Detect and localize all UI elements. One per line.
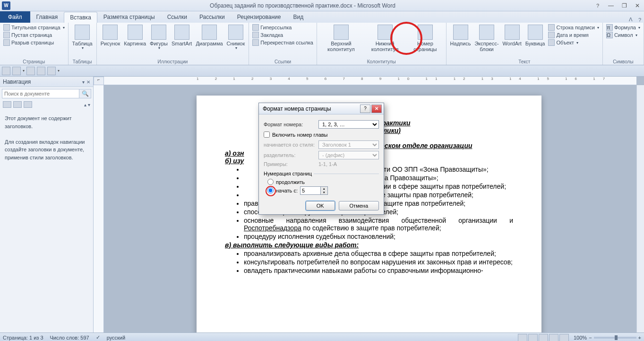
search-input[interactable] — [2, 89, 79, 98]
quickparts-button[interactable]: Экспресс-блоки — [472, 24, 500, 53]
start-at-label: начать с: — [276, 188, 298, 193]
qat-save-icon[interactable] — [2, 67, 10, 75]
nav-view-pages[interactable] — [13, 101, 22, 108]
crossref-button[interactable]: Перекрестная ссылка — [251, 39, 315, 46]
nav-dropdown-icon[interactable]: ▾ — [82, 79, 85, 85]
word-app-icon: W — [2, 1, 10, 10]
status-words[interactable]: Число слов: 597 — [50, 335, 89, 341]
nav-up-icon[interactable]: ▴ — [84, 102, 86, 107]
start-at-radio[interactable] — [267, 187, 274, 193]
help-icon[interactable]: ? — [593, 3, 602, 9]
tab-layout[interactable]: Разметка страницы — [97, 11, 161, 23]
ok-button[interactable]: OK — [306, 201, 335, 210]
view-draft[interactable] — [559, 334, 569, 341]
zoom-out-icon[interactable]: − — [589, 335, 592, 341]
group-headerfooter-label: Колонтитулы — [319, 59, 444, 65]
page-number-format-dialog: Формат номера страницы ? ✕ Формат номера… — [258, 103, 384, 215]
navigation-pane: Навигация ▾✕ 🔍 ▴ ▾ Этот документ не соде… — [0, 77, 94, 332]
blank-page-button[interactable]: Пустая страница — [2, 31, 66, 39]
zoom-in-icon[interactable]: + — [638, 335, 641, 341]
search-button[interactable]: 🔍 — [79, 89, 91, 98]
quick-access-toolbar: ▾ ▾ — [0, 65, 644, 77]
view-web[interactable] — [539, 334, 548, 341]
number-format-select[interactable]: 1, 2, 3, … — [318, 120, 379, 129]
screenshot-button[interactable]: Снимок▾ — [225, 24, 247, 52]
cover-page-button[interactable]: Титульная страница▾ — [2, 24, 66, 31]
spinner-up-icon[interactable]: ▴ — [321, 187, 327, 191]
smartart-button[interactable]: SmartArt — [170, 24, 194, 47]
clipart-button[interactable]: Картинка — [122, 24, 148, 47]
dialog-help-icon[interactable]: ? — [360, 105, 370, 113]
dialog-close-icon[interactable]: ✕ — [371, 105, 382, 113]
tab-review[interactable]: Рецензирование — [231, 11, 287, 23]
object-button[interactable]: Объект▾ — [547, 39, 600, 46]
nav-view-headings[interactable] — [3, 101, 11, 108]
signature-line-button[interactable]: Строка подписи▾ — [547, 24, 600, 31]
continue-label: продолжить — [276, 179, 305, 185]
chart-button[interactable]: Диаграмма — [194, 24, 224, 47]
page-number-button[interactable]: Номер страницы — [406, 24, 444, 53]
status-proofing-icon[interactable]: ✓ — [96, 334, 100, 341]
hyperlink-button[interactable]: Гиперссылка — [251, 24, 315, 31]
symbol-button[interactable]: ΩСимвол▾ — [605, 31, 642, 39]
shapes-button[interactable]: Фигуры▾ — [148, 24, 170, 52]
tab-home[interactable]: Главная — [30, 11, 64, 23]
wordart-button[interactable]: WordArt — [501, 24, 524, 47]
tab-file[interactable]: Файл — [0, 11, 30, 23]
textbox-button[interactable]: Надпись — [448, 24, 473, 47]
picture-button[interactable]: Рисунок — [99, 24, 122, 47]
cancel-button[interactable]: Отмена — [339, 201, 379, 210]
separator-select: - (дефис) — [318, 151, 379, 159]
status-bar: Страница: 1 из 3 Число слов: 597 ✓ русск… — [0, 332, 644, 341]
group-pages-label: Страницы — [2, 59, 66, 65]
page-break-button[interactable]: Разрыв страницы — [2, 39, 66, 46]
ribbon-help-icon[interactable]: ? — [635, 17, 644, 23]
equation-button[interactable]: πФормула▾ — [605, 24, 642, 31]
tab-references[interactable]: Ссылки — [161, 11, 193, 23]
datetime-button[interactable]: Дата и время — [547, 31, 600, 39]
vertical-ruler[interactable] — [94, 85, 104, 332]
view-print-layout[interactable] — [518, 334, 527, 341]
format-label: Формат номера: — [264, 122, 316, 127]
qat-open-icon[interactable] — [26, 67, 35, 75]
zoom-slider[interactable] — [594, 337, 636, 339]
ribbon-tabs: Файл Главная Вставка Разметка страницы С… — [0, 11, 644, 23]
nav-view-results[interactable] — [24, 101, 32, 108]
minimize-icon[interactable]: — — [604, 2, 618, 9]
title-bar: W Образец заданий по производственной пр… — [0, 0, 644, 11]
status-page[interactable]: Страница: 1 из 3 — [3, 335, 43, 341]
dropcap-button[interactable]: Буквица — [524, 24, 547, 47]
heading-style-select: Заголовок 1 — [318, 140, 379, 149]
view-fullscreen[interactable] — [528, 334, 538, 341]
close-icon[interactable]: ✕ — [631, 2, 644, 9]
footer-button[interactable]: Нижний колонтитул — [363, 24, 406, 53]
include-chapter-checkbox[interactable] — [264, 131, 270, 138]
tab-view[interactable]: Вид — [287, 11, 309, 23]
bookmark-button[interactable]: Закладка — [251, 31, 315, 39]
ruler-toggle[interactable]: ⌐ — [94, 77, 104, 85]
tab-mailings[interactable]: Рассылки — [193, 11, 231, 23]
start-at-input[interactable] — [301, 187, 320, 194]
separator-label: разделитель: — [264, 152, 316, 158]
nav-message-2: Для создания вкладок навигации создайте … — [5, 138, 88, 162]
numbering-legend: Нумерация страниц — [264, 171, 314, 176]
vertical-scrollbar[interactable] — [636, 85, 644, 332]
nav-title: Навигация — [3, 79, 31, 85]
spinner-down-icon[interactable]: ▾ — [321, 191, 327, 194]
nav-close-icon[interactable]: ✕ — [86, 79, 90, 85]
continue-radio[interactable] — [267, 179, 274, 185]
status-language[interactable]: русский — [107, 335, 125, 341]
qat-new-icon[interactable] — [47, 67, 56, 75]
restore-icon[interactable]: ❐ — [618, 2, 631, 9]
ribbon-minimize-icon[interactable]: ᐱ — [626, 17, 635, 23]
tab-insert[interactable]: Вставка — [64, 12, 97, 23]
qat-folder-icon[interactable] — [37, 67, 45, 75]
view-outline[interactable] — [549, 334, 558, 341]
nav-down-icon[interactable]: ▾ — [88, 102, 90, 107]
horizontal-ruler[interactable]: 1 2 1 2 3 4 5 6 7 8 9 10 11 12 13 14 15 … — [104, 77, 636, 85]
zoom-level[interactable]: 100% — [574, 335, 587, 341]
table-button[interactable]: Таблица▾ — [70, 24, 94, 52]
header-button[interactable]: Верхний колонтитул — [319, 24, 363, 53]
qat-undo-icon[interactable] — [12, 67, 21, 75]
group-illustrations-label: Иллюстрации — [99, 59, 247, 65]
